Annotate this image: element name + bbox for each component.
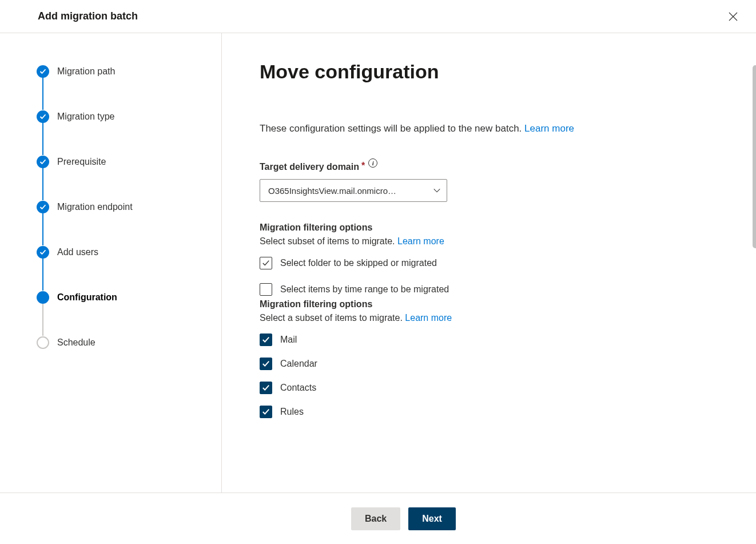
step-configuration[interactable]: Configuration bbox=[37, 291, 210, 304]
checkbox-icon bbox=[260, 283, 272, 296]
chevron-down-icon bbox=[433, 186, 441, 194]
checkbox-label: Mail bbox=[280, 335, 297, 345]
info-icon[interactable]: i bbox=[368, 158, 377, 168]
wizard-sidebar: Migration path Migration type Prerequisi… bbox=[0, 33, 222, 493]
step-label: Configuration bbox=[57, 292, 117, 303]
check-icon bbox=[37, 246, 49, 259]
step-migration-type[interactable]: Migration type bbox=[37, 110, 210, 124]
filter-options-sub-2: Select a subset of items to migrate. Lea… bbox=[260, 313, 722, 323]
checkbox-icon bbox=[260, 382, 272, 394]
step-connector bbox=[42, 212, 43, 245]
step-connector bbox=[42, 76, 43, 110]
page-heading: Move configuration bbox=[260, 61, 722, 83]
checkbox-label: Select items by time range to be migrate… bbox=[280, 284, 449, 295]
checkbox-calendar[interactable]: Calendar bbox=[260, 358, 722, 370]
required-asterisk: * bbox=[361, 161, 365, 171]
checkbox-icon bbox=[260, 358, 272, 370]
pending-step-icon bbox=[37, 336, 49, 349]
learn-more-link[interactable]: Learn more bbox=[524, 123, 574, 134]
sub-text: Select a subset of items to migrate. bbox=[260, 313, 405, 323]
step-add-users[interactable]: Add users bbox=[37, 245, 210, 259]
step-label: Add users bbox=[57, 247, 98, 257]
check-icon bbox=[37, 156, 49, 168]
intro-text: These configuration settings will be app… bbox=[260, 123, 722, 134]
filter-options-sub-1: Select subset of items to migrate. Learn… bbox=[260, 236, 722, 247]
panel-header: Add migration batch bbox=[0, 0, 756, 33]
panel-title: Add migration batch bbox=[38, 10, 138, 22]
intro-text-body: These configuration settings will be app… bbox=[260, 123, 524, 134]
learn-more-link[interactable]: Learn more bbox=[405, 313, 452, 323]
checkbox-label: Rules bbox=[280, 407, 304, 417]
checkbox-icon bbox=[260, 406, 272, 418]
step-connector bbox=[42, 302, 43, 336]
checkbox-mail[interactable]: Mail bbox=[260, 333, 722, 346]
target-domain-dropdown[interactable]: O365InsightsView.mail.onmicro… bbox=[260, 179, 447, 202]
back-button[interactable]: Back bbox=[351, 507, 400, 530]
check-icon bbox=[37, 201, 49, 213]
wizard-footer: Back Next bbox=[0, 493, 756, 544]
filter-options-title-1: Migration filtering options bbox=[260, 223, 722, 233]
step-label: Prerequisite bbox=[57, 157, 106, 167]
close-button[interactable] bbox=[724, 7, 742, 26]
step-migration-endpoint[interactable]: Migration endpoint bbox=[37, 200, 210, 214]
step-label: Migration type bbox=[57, 112, 115, 122]
step-connector bbox=[42, 166, 43, 200]
checkbox-select-folder[interactable]: Select folder to be skipped or migrated bbox=[260, 257, 722, 269]
checkbox-contacts[interactable]: Contacts bbox=[260, 382, 722, 394]
step-migration-path[interactable]: Migration path bbox=[37, 65, 210, 78]
step-schedule[interactable]: Schedule bbox=[37, 336, 210, 350]
filter-options-title-2: Migration filtering options bbox=[260, 299, 722, 309]
check-icon bbox=[37, 110, 49, 123]
step-label: Migration path bbox=[57, 66, 115, 77]
checkbox-rules[interactable]: Rules bbox=[260, 406, 722, 418]
checkbox-icon bbox=[260, 257, 272, 269]
step-list: Migration path Migration type Prerequisi… bbox=[37, 65, 210, 350]
next-button[interactable]: Next bbox=[408, 507, 456, 530]
checkbox-time-range[interactable]: Select items by time range to be migrate… bbox=[260, 283, 722, 296]
sub-text: Select subset of items to migrate. bbox=[260, 236, 397, 246]
step-connector bbox=[42, 121, 43, 155]
checkbox-icon bbox=[260, 333, 272, 346]
close-icon bbox=[729, 12, 738, 21]
step-label: Migration endpoint bbox=[57, 202, 133, 212]
label-text: Target delivery domain bbox=[260, 162, 359, 172]
check-icon bbox=[37, 65, 49, 78]
main-content: Move configuration These configuration s… bbox=[222, 33, 756, 493]
learn-more-link[interactable]: Learn more bbox=[397, 236, 444, 246]
scrollbar-thumb[interactable] bbox=[753, 65, 756, 248]
current-step-icon bbox=[37, 291, 49, 304]
step-prerequisite[interactable]: Prerequisite bbox=[37, 155, 210, 169]
checkbox-label: Contacts bbox=[280, 383, 316, 393]
dropdown-selected-value: O365InsightsView.mail.onmicro… bbox=[268, 186, 396, 196]
checkbox-label: Select folder to be skipped or migrated bbox=[280, 258, 437, 268]
checkbox-label: Calendar bbox=[280, 359, 317, 369]
step-connector bbox=[42, 257, 43, 291]
target-domain-field: Target delivery domain * i O365InsightsV… bbox=[260, 162, 722, 202]
target-domain-label: Target delivery domain * i bbox=[260, 162, 722, 172]
step-label: Schedule bbox=[57, 337, 96, 348]
